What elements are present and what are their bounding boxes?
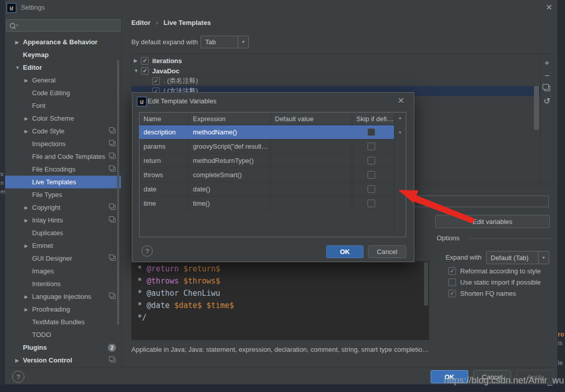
sidebar-item-file-encodings[interactable]: ▶File Encodings <box>5 163 121 176</box>
dialog-cancel-button[interactable]: Cancel <box>368 245 406 258</box>
code-segment: $throws$ <box>183 276 220 286</box>
table-row-date[interactable]: datedate() <box>139 182 394 197</box>
sidebar-item-proofreading[interactable]: ▶Proofreading <box>5 303 121 316</box>
skip-checkbox[interactable] <box>368 200 375 207</box>
tree-row-iterations[interactable]: ▶✓iterations <box>132 55 540 66</box>
search-input[interactable] <box>20 20 121 31</box>
sidebar-item-label: Editor <box>23 64 42 71</box>
chevron-down-icon[interactable]: ▼ <box>134 68 141 73</box>
table-row-return[interactable]: returnmethodReturnType() <box>139 154 394 168</box>
editor-scrollbar[interactable] <box>424 262 428 305</box>
dialog-help-button[interactable]: ? <box>142 245 153 257</box>
cell-default-value <box>271 182 352 196</box>
sidebar-item-appearance-behavior[interactable]: ▶Appearance & Behavior <box>5 36 121 48</box>
settings-search-box[interactable]: ▾ <box>6 19 122 32</box>
table-row-throws[interactable]: throwscompleteSmart() <box>139 168 394 182</box>
code-segment: $time$ <box>206 301 234 310</box>
sidebar-item-plugins[interactable]: ▶Plugins2 <box>5 341 121 354</box>
sidebar-item-label: Version Control <box>23 356 72 364</box>
clipped-text-fragment: le <box>558 359 562 367</box>
sidebar-item-label: Images <box>32 267 54 275</box>
sidebar-item-version-control[interactable]: ▶Version Control <box>5 354 121 367</box>
breadcrumb-editor[interactable]: Editor <box>131 19 151 26</box>
option-checkbox[interactable] <box>448 278 456 286</box>
sidebar-item-language-injections[interactable]: ▶Language Injections <box>5 290 121 303</box>
chevron-right-icon[interactable]: ▶ <box>134 58 141 63</box>
scroll-down-icon[interactable]: ▼ <box>398 130 402 135</box>
expand-with-select[interactable]: Default (Tab) ▼ <box>486 251 549 264</box>
tree-row-javadoc[interactable]: ▼✓JavaDoc <box>132 66 540 76</box>
sidebar-items: ▶Appearance & Behavior▶Keymap▼Editor▶Gen… <box>5 36 121 367</box>
sidebar-item-keymap[interactable]: ▶Keymap <box>5 48 121 61</box>
sidebar-item-todo[interactable]: ▶TODO <box>5 328 121 341</box>
dialog-title: Edit Template Variables <box>148 97 216 105</box>
sidebar-scrollbar[interactable] <box>117 60 119 325</box>
column-header-default-value[interactable]: Default value <box>271 113 352 125</box>
sidebar-item-emmet[interactable]: ▶Emmet <box>5 239 121 252</box>
sidebar-item-code-style[interactable]: ▶Code Style <box>5 125 121 137</box>
sidebar-item-duplicates[interactable]: ▶Duplicates <box>5 227 121 239</box>
table-row-description[interactable]: descriptionmethodName() <box>139 125 394 139</box>
default-expand-select[interactable]: Tab ▼ <box>201 36 249 48</box>
template-checkbox[interactable]: ✓ <box>141 67 149 75</box>
code-segment: * <box>137 276 147 286</box>
sidebar-item-live-templates[interactable]: ▶Live Templates <box>5 176 121 188</box>
skip-checkbox[interactable] <box>368 185 375 193</box>
chevron-right-icon: ▶ <box>15 358 23 363</box>
default-expand-label: By default expand with <box>131 38 198 46</box>
template-checkbox[interactable]: ✓ <box>152 77 160 85</box>
sidebar-item-file-types[interactable]: ▶File Types <box>5 188 121 201</box>
table-row-params[interactable]: paramsgroovyScript("def result… <box>139 139 394 154</box>
sidebar-item-images[interactable]: ▶Images <box>5 265 121 277</box>
search-icon <box>10 23 15 29</box>
template-list-scrollbar[interactable] <box>534 86 539 130</box>
sidebar-item-general[interactable]: ▶General <box>5 74 121 87</box>
tree-row-类名注释[interactable]: ✓. (类名注释) <box>132 76 540 86</box>
dialog-ok-button[interactable]: OK <box>326 245 363 258</box>
window-close-icon[interactable]: ✕ <box>546 4 552 12</box>
skip-checkbox[interactable] <box>368 128 375 136</box>
table-row-time[interactable]: timetime() <box>139 197 394 211</box>
sidebar-item-color-scheme[interactable]: ▶Color Scheme <box>5 112 121 125</box>
sidebar-item-font[interactable]: ▶Font <box>5 99 121 112</box>
sidebar-item-code-editing[interactable]: ▶Code Editing <box>5 87 121 99</box>
cell-expression: date() <box>189 182 271 196</box>
sidebar-item-label: Duplicates <box>32 229 63 237</box>
sidebar-item-inlay-hints[interactable]: ▶Inlay Hints <box>5 214 121 227</box>
sidebar-item-label: GUI Designer <box>32 255 72 262</box>
column-header-name[interactable]: Name <box>139 113 189 125</box>
code-segment: @throws <box>147 276 179 286</box>
sidebar-item-textmate-bundles[interactable]: ▶TextMate Bundles <box>5 316 121 328</box>
clipped-text-fragment: n <box>1 180 4 186</box>
sidebar-item-editor[interactable]: ▼Editor <box>5 61 121 74</box>
option-checkbox[interactable]: ✓ <box>448 290 456 297</box>
sidebar-item-label: File and Code Templates <box>32 153 105 160</box>
remove-button[interactable]: − <box>541 69 553 82</box>
option-label: Shorten FQ names <box>460 290 516 297</box>
sidebar-item-inspections[interactable]: ▶Inspections <box>5 137 121 150</box>
template-checkbox[interactable]: ✓ <box>141 57 149 65</box>
template-editor[interactable]: * @return $return$* @throws $throws$* @a… <box>131 261 429 340</box>
column-header-skip[interactable]: Skip if defi… <box>352 113 394 125</box>
help-button[interactable]: ? <box>12 371 24 383</box>
breadcrumb: Editor › Live Templates <box>131 19 211 26</box>
option-checkbox[interactable]: ✓ <box>448 267 456 275</box>
chevron-right-icon: ▶ <box>24 205 32 210</box>
skip-checkbox[interactable] <box>368 143 375 150</box>
scroll-up-icon[interactable]: ▲ <box>398 116 402 120</box>
template-tree: ▶✓iterations▼✓JavaDoc✓. (类名注释)✓/ (方法注释) <box>132 55 540 96</box>
page-edge-left: trnes <box>0 0 5 392</box>
dialog-close-icon[interactable]: ✕ <box>398 97 404 105</box>
skip-checkbox[interactable] <box>368 171 375 179</box>
restore-button[interactable]: ↺ <box>541 95 553 107</box>
sidebar-item-copyright[interactable]: ▶Copyright <box>5 201 121 214</box>
skip-checkbox[interactable] <box>368 157 375 164</box>
duplicate-button[interactable] <box>541 82 553 95</box>
sidebar-item-gui-designer[interactable]: ▶GUI Designer <box>5 252 121 265</box>
sidebar-item-file-and-code-templates[interactable]: ▶File and Code Templates <box>5 150 121 163</box>
code-segment: * <box>137 264 147 273</box>
sidebar-item-intentions[interactable]: ▶Intentions <box>5 277 121 290</box>
add-button[interactable]: + <box>541 57 553 69</box>
screenshot-root: trnes roisle IJ Settings ✕ ▾ ▶Appearance… <box>0 0 565 392</box>
column-header-expression[interactable]: Expression <box>189 113 271 125</box>
